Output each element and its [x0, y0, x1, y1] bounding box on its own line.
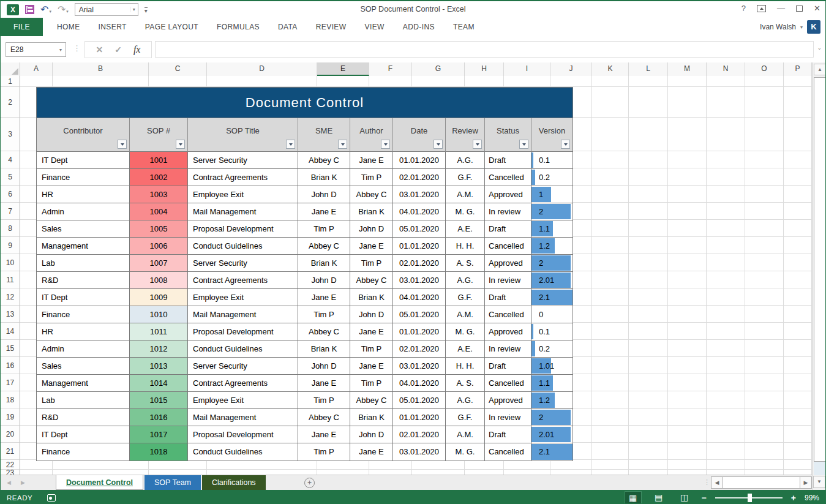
cell-contributor[interactable]: Lab — [37, 255, 130, 272]
cell-version[interactable]: 2 — [531, 409, 573, 426]
cell-sme[interactable]: Jane E — [298, 289, 350, 306]
cell-author[interactable]: John D — [350, 426, 393, 443]
cell-author[interactable]: Jane E — [350, 323, 393, 340]
cell-sme[interactable]: Jane E — [298, 426, 350, 443]
column-header-H[interactable]: H — [465, 62, 504, 76]
cell-sme[interactable]: Tim P — [298, 443, 350, 461]
cell-sme[interactable]: Brian K — [298, 169, 350, 186]
ribbon-tab-file[interactable]: FILE — [1, 18, 43, 36]
cell-date[interactable]: 04.01.2020 — [393, 375, 446, 392]
cell-contributor[interactable]: Finance — [37, 169, 130, 186]
zoom-slider-thumb[interactable] — [748, 494, 752, 502]
cell-sme[interactable]: Brian K — [298, 340, 350, 358]
cell-version[interactable]: 1 — [531, 186, 573, 203]
column-header-B[interactable]: B — [53, 62, 149, 76]
cell-sme[interactable]: John D — [298, 186, 350, 203]
cell-date[interactable]: 01.01.2020 — [393, 152, 446, 169]
cell-sme[interactable]: Tim P — [298, 220, 350, 238]
ribbon-tab-page-layout[interactable]: PAGE LAYOUT — [136, 18, 208, 36]
cell-contributor[interactable]: IT Dept — [37, 289, 130, 306]
row-header-12[interactable]: 12 — [1, 288, 20, 306]
cell-title[interactable]: Mail Management — [188, 306, 298, 323]
name-box[interactable]: E28 ▾ — [6, 42, 66, 57]
cell-version[interactable]: 0.2 — [531, 340, 573, 358]
cell-author[interactable]: Jane E — [350, 443, 393, 461]
cell-sop[interactable]: 1007 — [130, 255, 188, 272]
cell-review[interactable]: G.F. — [446, 289, 485, 306]
cell-date[interactable]: 03.01.2020 — [393, 443, 446, 461]
cell-title[interactable]: Proposal Development — [188, 426, 298, 443]
cell-status[interactable]: Draft — [485, 289, 531, 306]
table-column-header-version[interactable]: Version — [531, 118, 573, 152]
cell-author[interactable]: Tim P — [350, 255, 393, 272]
horizontal-scrollbar-thumb[interactable] — [723, 476, 800, 489]
insert-function-icon[interactable]: fx — [133, 44, 141, 55]
row-header-23[interactable]: 23 — [1, 470, 20, 475]
cell-date[interactable]: 04.01.2020 — [393, 203, 446, 220]
row-header-16[interactable]: 16 — [1, 357, 20, 374]
cell-status[interactable]: Draft — [485, 152, 531, 169]
cell-date[interactable]: 03.01.2020 — [393, 272, 446, 289]
cell-title[interactable]: Proposal Development — [188, 323, 298, 340]
cell-sop[interactable]: 1003 — [130, 186, 188, 203]
cell-review[interactable]: G.F. — [446, 169, 485, 186]
cell-sme[interactable]: Brian K — [298, 255, 350, 272]
cell-sme[interactable]: Abbey C — [298, 238, 350, 255]
cell-contributor[interactable]: Sales — [37, 358, 130, 375]
cell-author[interactable]: Tim P — [350, 169, 393, 186]
column-header-L[interactable]: L — [629, 62, 668, 76]
cell-version[interactable]: 1.2 — [531, 238, 573, 255]
cell-version[interactable]: 1.1 — [531, 220, 573, 238]
table-column-header-sme[interactable]: SME — [298, 118, 350, 152]
cell-version[interactable]: 2.01 — [531, 426, 573, 443]
zoom-slider[interactable] — [715, 497, 783, 498]
column-header-O[interactable]: O — [745, 62, 784, 76]
cell-contributor[interactable]: Finance — [37, 443, 130, 461]
cancel-formula-icon[interactable]: ✕ — [96, 45, 103, 55]
row-header-3[interactable]: 3 — [1, 118, 20, 151]
cell-review[interactable]: A.M. — [446, 306, 485, 323]
cell-contributor[interactable]: R&D — [37, 409, 130, 426]
cell-status[interactable]: Cancelled — [485, 238, 531, 255]
cell-version[interactable]: 1.2 — [531, 392, 573, 409]
column-header-K[interactable]: K — [592, 62, 629, 76]
cell-status[interactable]: Draft — [485, 220, 531, 238]
cell-sme[interactable]: Abbey C — [298, 323, 350, 340]
cell-review[interactable]: A.E. — [446, 340, 485, 358]
cell-version[interactable]: 1.1 — [531, 375, 573, 392]
cell-title[interactable]: Server Security — [188, 358, 298, 375]
row-header-7[interactable]: 7 — [1, 203, 20, 220]
cell-version[interactable]: 2 — [531, 255, 573, 272]
cell-contributor[interactable]: Sales — [37, 220, 130, 238]
cell-author[interactable]: Tim P — [350, 375, 393, 392]
cell-contributor[interactable]: R&D — [37, 272, 130, 289]
ribbon-display-options-icon[interactable] — [757, 5, 766, 12]
cell-author[interactable]: John D — [350, 220, 393, 238]
table-column-header-status[interactable]: Status — [485, 118, 531, 152]
row-header-4[interactable]: 4 — [1, 151, 20, 168]
cell-status[interactable]: Cancelled — [485, 375, 531, 392]
formula-bar-expand-icon[interactable]: ⌄ — [817, 45, 822, 51]
cell-title[interactable]: Contract Agreements — [188, 375, 298, 392]
row-header-13[interactable]: 13 — [1, 306, 20, 323]
column-header-E[interactable]: E — [317, 62, 369, 76]
cell-title[interactable]: Contract Agreements — [188, 169, 298, 186]
cell-version[interactable]: 2 — [531, 203, 573, 220]
cell-title[interactable]: Employee Exit — [188, 392, 298, 409]
filter-dropdown-icon[interactable] — [338, 140, 347, 149]
cell-status[interactable]: In review — [485, 203, 531, 220]
cell-author[interactable]: Brian K — [350, 289, 393, 306]
cell-status[interactable]: Cancelled — [485, 443, 531, 461]
enter-formula-icon[interactable]: ✓ — [115, 45, 122, 55]
cell-sme[interactable]: Tim P — [298, 392, 350, 409]
cell-sme[interactable]: John D — [298, 358, 350, 375]
cell-review[interactable]: H. H. — [446, 238, 485, 255]
column-header-N[interactable]: N — [707, 62, 745, 76]
cell-contributor[interactable]: IT Dept — [37, 152, 130, 169]
scroll-right-icon[interactable]: ▶ — [800, 476, 812, 489]
cell-status[interactable]: Cancelled — [485, 306, 531, 323]
sheet-nav-right-icon[interactable]: ▶ — [21, 480, 25, 486]
column-header-A[interactable]: A — [20, 62, 53, 76]
cell-date[interactable]: 05.01.2020 — [393, 220, 446, 238]
column-header-I[interactable]: I — [504, 62, 550, 76]
